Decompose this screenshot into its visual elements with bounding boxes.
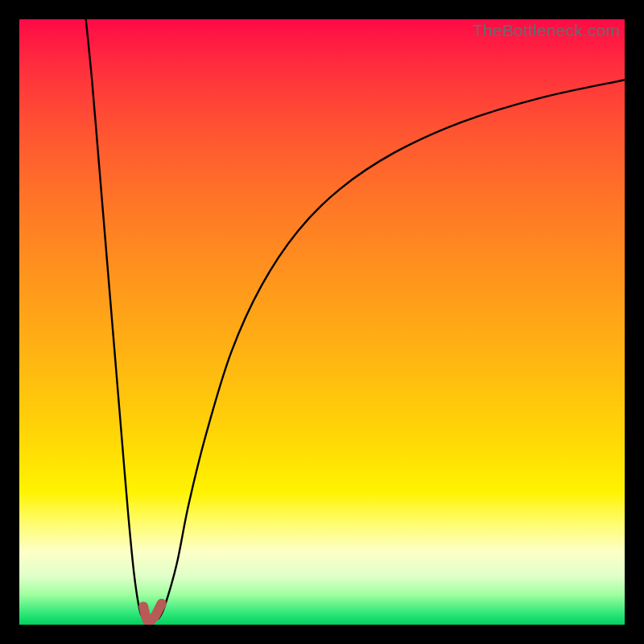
curve-left-branch xyxy=(86,19,147,619)
curve-right-branch xyxy=(159,80,625,618)
chart-plot-area: TheBottleneck.com xyxy=(19,19,625,625)
bottleneck-curve xyxy=(19,19,625,625)
valley-marker xyxy=(143,604,162,622)
